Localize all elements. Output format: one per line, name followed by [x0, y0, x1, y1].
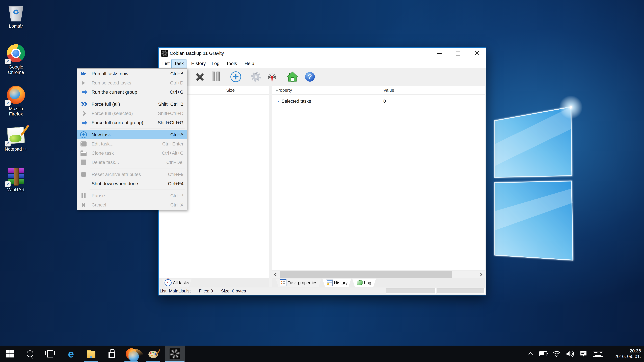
- title-bar[interactable]: Cobian Backup 11 Gravity: [159, 48, 486, 59]
- menu-tools[interactable]: Tools: [224, 59, 239, 67]
- search-button[interactable]: [21, 346, 39, 362]
- menu-item-force-full-current-group[interactable]: Force full (current group)Shift+Ctrl+G: [77, 118, 187, 127]
- home-toolbar-button[interactable]: [286, 70, 300, 84]
- tab-history[interactable]: History: [322, 279, 351, 287]
- tray-action-center[interactable]: [577, 346, 590, 362]
- taskbar-file-explorer[interactable]: [82, 346, 100, 362]
- desktop-icon-notepadpp[interactable]: ↗ Notepad++: [0, 126, 32, 152]
- menu-bar: List Task History Log Tools Help: [159, 59, 486, 68]
- tray-touch-keyboard[interactable]: [591, 346, 605, 362]
- menu-item-clone-task[interactable]: Clone taskCtrl+Alt+C: [77, 148, 187, 158]
- windows-logo-icon: [6, 350, 14, 358]
- help-toolbar-button[interactable]: ?: [303, 70, 317, 84]
- menu-history[interactable]: History: [189, 59, 208, 67]
- taskbar-store[interactable]: [103, 346, 121, 362]
- menu-item-run-current-group[interactable]: Run the current groupCtrl+G: [77, 87, 187, 97]
- menu-item-cancel[interactable]: CancelCtrl+X: [77, 200, 187, 210]
- menu-separator: [77, 97, 187, 99]
- new-task-toolbar-button[interactable]: [229, 70, 243, 84]
- taskbar-cobian-backup[interactable]: [165, 346, 185, 362]
- column-size[interactable]: Size: [226, 86, 235, 94]
- menu-help[interactable]: Help: [242, 59, 256, 67]
- minimize-icon: [437, 53, 442, 54]
- window-title: Cobian Backup 11 Gravity: [170, 48, 224, 59]
- toolbar: ?: [159, 68, 486, 86]
- tab-task-properties[interactable]: Task properties: [276, 279, 321, 287]
- tray-volume[interactable]: [564, 346, 576, 362]
- gear-icon: [251, 72, 261, 82]
- tab-label: Log: [364, 280, 371, 285]
- force-full-group-icon: [80, 119, 87, 126]
- tray-battery[interactable]: [537, 346, 549, 362]
- menu-task[interactable]: Task: [172, 59, 186, 68]
- close-button[interactable]: [468, 48, 486, 59]
- shortcut-arrow-icon: ↗: [5, 141, 10, 146]
- tab-log[interactable]: Log: [352, 279, 376, 287]
- pause-toolbar-button[interactable]: [209, 70, 223, 84]
- property-value: 0: [384, 99, 386, 104]
- status-bar: List: MainList.lst Files: 0 Size: 0 byte…: [159, 287, 486, 295]
- column-property[interactable]: Property: [276, 86, 292, 94]
- menu-item-delete-task[interactable]: Delete task...Ctrl+Del: [77, 158, 187, 167]
- task-view-icon: [47, 350, 53, 358]
- menu-item-force-full-all[interactable]: Force full (all)Shift+Ctrl+B: [77, 99, 187, 109]
- cancel-icon: [80, 201, 87, 209]
- desktop: Lomtár ↗ Google Chrome ↗ Mozilla Firefox…: [0, 0, 644, 362]
- run-selected-icon: [80, 79, 87, 87]
- desktop-icon-mozilla-firefox[interactable]: ↗ Mozilla Firefox: [0, 85, 32, 117]
- task-view-button[interactable]: [41, 346, 59, 362]
- wifi-icon: [552, 351, 561, 357]
- horizontal-scrollbar[interactable]: [272, 271, 485, 278]
- scroll-right-button[interactable]: [477, 271, 485, 278]
- stopwatch-icon: [164, 279, 172, 286]
- force-full-selected-icon: [80, 110, 87, 117]
- maximize-button[interactable]: [450, 48, 467, 59]
- tab-all-tasks[interactable]: All tasks: [162, 279, 192, 287]
- run-all-icon: [80, 70, 87, 77]
- tray-clock[interactable]: 20:36 2016. 09. 01.: [607, 346, 641, 362]
- tray-wifi[interactable]: [551, 346, 562, 362]
- desktop-icon-recycle-bin[interactable]: Lomtár: [0, 3, 32, 29]
- menu-log[interactable]: Log: [209, 59, 222, 67]
- scroll-left-button[interactable]: [272, 271, 280, 278]
- menu-item-new-task[interactable]: New taskCtrl+A: [77, 130, 187, 139]
- remote-toolbar-button[interactable]: [265, 70, 279, 84]
- status-list: List: MainList.lst: [160, 287, 191, 295]
- new-task-icon: [80, 131, 87, 138]
- minimize-button[interactable]: [431, 48, 448, 59]
- left-tab-strip: All tasks: [159, 278, 269, 287]
- taskbar-firefox[interactable]: [122, 346, 140, 362]
- cancel-toolbar-button[interactable]: [192, 70, 206, 84]
- paint-icon: [148, 351, 158, 358]
- menu-item-shut-down-when-done[interactable]: Shut down when doneCtrl+F4: [77, 179, 187, 188]
- force-full-all-icon: [80, 100, 87, 108]
- desktop-icon-label: Lomtár: [0, 23, 32, 29]
- options-toolbar-button[interactable]: [249, 70, 263, 84]
- running-indicator: [124, 361, 138, 362]
- shortcut-arrow-icon: ↗: [5, 100, 10, 106]
- taskbar-paint[interactable]: [144, 346, 162, 362]
- desktop-icon-label: WinRAR: [0, 187, 32, 192]
- column-value[interactable]: Value: [384, 86, 394, 94]
- task-menu-dropdown: Run all tasks nowCtrl+B Run selected tas…: [77, 68, 187, 210]
- right-tab-strip: Task properties History Log: [272, 278, 485, 287]
- menu-item-edit-task[interactable]: Edit task...Ctrl+Enter: [77, 139, 187, 148]
- start-button[interactable]: [1, 346, 19, 362]
- desktop-icon-winrar[interactable]: ↗ WinRAR: [0, 167, 32, 192]
- properties-panel[interactable]: Property Value Selected tasks 0: [272, 86, 485, 279]
- taskbar-edge[interactable]: e: [62, 346, 80, 362]
- desktop-icon-label: Google: [8, 64, 23, 69]
- tab-label: All tasks: [173, 280, 189, 285]
- scrollbar-thumb[interactable]: [280, 271, 452, 278]
- menu-item-reset-archive-attributes[interactable]: Reset archive attributesCtrl+F9: [77, 170, 187, 179]
- windows-hero-logo: [483, 94, 594, 272]
- menu-item-pause[interactable]: PauseCtrl+P: [77, 191, 187, 200]
- menu-item-run-all-tasks-now[interactable]: Run all tasks nowCtrl+B: [77, 69, 187, 78]
- menu-item-run-selected-tasks[interactable]: Run selected tasksCtrl+D: [77, 78, 187, 87]
- tray-expand-button[interactable]: [524, 346, 536, 362]
- status-size: Size: 0 bytes: [221, 287, 246, 295]
- run-group-icon: [80, 88, 87, 96]
- menu-item-force-full-selected[interactable]: Force full (selected)Shift+Ctrl+D: [77, 109, 187, 118]
- desktop-icon-google-chrome[interactable]: ↗ Google Chrome: [0, 44, 32, 75]
- menu-list[interactable]: List: [160, 59, 172, 67]
